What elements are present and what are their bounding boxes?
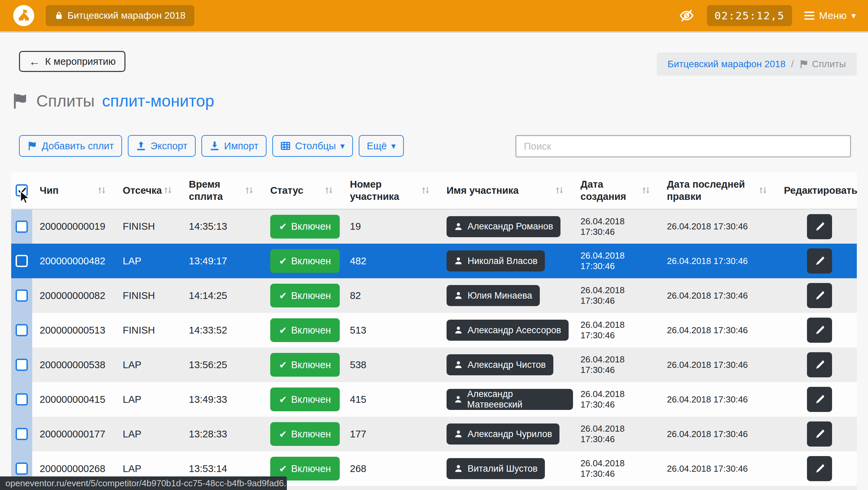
check-icon: ✔ bbox=[279, 463, 287, 474]
add-split-button[interactable]: Добавить сплит bbox=[19, 135, 122, 157]
participant-badge[interactable]: Александр Чурилов bbox=[447, 423, 559, 445]
column-header-name[interactable]: Имя участника bbox=[439, 172, 573, 209]
pencil-icon bbox=[814, 324, 825, 336]
row-checkbox[interactable] bbox=[16, 428, 28, 440]
table-row[interactable]: 200000000513 FINISH 14:33:52 ✔ Включен 5… bbox=[11, 313, 857, 347]
edit-button[interactable] bbox=[807, 283, 832, 308]
table-row[interactable]: 200000000019 FINISH 14:35:13 ✔ Включен 1… bbox=[11, 209, 857, 244]
breadcrumb-separator: / bbox=[791, 59, 794, 70]
participant-badge[interactable]: Виталий Шустов bbox=[447, 458, 545, 479]
created-cell: 26.04.2018 17:30:46 bbox=[573, 451, 659, 486]
table-row[interactable]: 200000000082 FINISH 14:14:25 ✔ Включен 8… bbox=[11, 278, 857, 313]
edit-button[interactable] bbox=[807, 318, 832, 343]
status-enabled-button[interactable]: ✔ Включен bbox=[270, 353, 340, 377]
participant-badge[interactable]: Александр Романов bbox=[447, 216, 560, 237]
row-checkbox[interactable] bbox=[16, 221, 28, 233]
search-input[interactable] bbox=[515, 135, 851, 157]
column-header-split-time[interactable]: Время сплита bbox=[181, 172, 263, 209]
checkpoint-cell: LAP bbox=[115, 347, 181, 382]
status-enabled-button[interactable]: ✔ Включен bbox=[270, 318, 340, 342]
edit-button[interactable] bbox=[807, 421, 832, 447]
status-enabled-button[interactable]: ✔ Включен bbox=[270, 388, 340, 411]
edit-button[interactable] bbox=[807, 456, 832, 481]
sort-icon[interactable] bbox=[244, 185, 255, 196]
chip-cell: 200000000415 bbox=[32, 382, 115, 417]
split-time-cell: 13:49:33 bbox=[181, 382, 263, 417]
column-header-modified[interactable]: Дата последней правки bbox=[659, 172, 776, 209]
status-bar-url: openeventor.ru/event/5/competitor/4b970b… bbox=[5, 478, 287, 489]
column-header-checkpoint[interactable]: Отсечка bbox=[115, 172, 181, 209]
sort-icon[interactable] bbox=[96, 185, 107, 196]
export-label: Экспорт bbox=[151, 140, 188, 152]
checkpoint-cell: FINISH bbox=[115, 209, 181, 244]
sort-icon[interactable] bbox=[640, 185, 651, 196]
flag-icon bbox=[11, 92, 29, 110]
split-time-cell: 14:14:25 bbox=[181, 278, 263, 313]
column-header-status[interactable]: Статус bbox=[263, 172, 342, 209]
row-checkbox[interactable] bbox=[16, 463, 28, 475]
person-icon bbox=[454, 257, 463, 265]
check-icon: ✔ bbox=[279, 359, 287, 371]
participant-badge[interactable]: Александр Асессоров bbox=[447, 320, 569, 341]
row-checkbox[interactable] bbox=[16, 393, 28, 406]
menu-label: Меню bbox=[819, 10, 847, 21]
participant-badge[interactable]: Александр Чистов bbox=[447, 354, 553, 375]
import-button[interactable]: Импорт bbox=[201, 135, 267, 157]
table-row[interactable]: 200000000538 LAP 13:56:25 ✔ Включен 538 … bbox=[11, 347, 857, 382]
number-cell: 82 bbox=[342, 278, 439, 313]
sort-icon[interactable] bbox=[162, 185, 173, 196]
check-icon: ✔ bbox=[279, 256, 287, 267]
edit-button[interactable] bbox=[807, 352, 832, 377]
edit-button[interactable] bbox=[807, 214, 832, 239]
column-header-number[interactable]: Номер участника bbox=[342, 172, 439, 209]
person-icon bbox=[454, 291, 463, 300]
chevron-down-icon: ▾ bbox=[391, 142, 396, 150]
table-row[interactable]: 200000000415 LAP 13:49:33 ✔ Включен 415 … bbox=[11, 382, 857, 417]
edit-button[interactable] bbox=[807, 387, 832, 412]
participant-badge[interactable]: Николай Власов bbox=[447, 250, 545, 271]
sort-icon[interactable] bbox=[554, 185, 565, 196]
split-time-cell: 14:35:13 bbox=[181, 209, 263, 244]
select-all-checkbox[interactable] bbox=[16, 184, 28, 196]
status-cell: ✔ Включен bbox=[263, 417, 342, 451]
export-button[interactable]: Экспорт bbox=[128, 135, 196, 157]
row-checkbox-cell bbox=[11, 244, 32, 278]
status-enabled-button[interactable]: ✔ Включен bbox=[270, 422, 340, 446]
visibility-toggle[interactable] bbox=[678, 7, 695, 24]
status-enabled-button[interactable]: ✔ Включен bbox=[270, 284, 340, 307]
app-logo[interactable] bbox=[13, 5, 34, 26]
sort-icon[interactable] bbox=[757, 185, 768, 196]
flag-icon bbox=[27, 141, 37, 151]
participant-name: Виталий Шустов bbox=[468, 464, 537, 474]
event-badge[interactable]: Битцевский марафон 2018 bbox=[46, 5, 194, 26]
status-enabled-button[interactable]: ✔ Включен bbox=[270, 249, 340, 273]
column-header-chip[interactable]: Чип bbox=[32, 172, 115, 209]
column-header-created[interactable]: Дата создания bbox=[573, 172, 659, 209]
import-label: Импорт bbox=[224, 140, 258, 152]
participant-badge[interactable]: Александр Матвеевский bbox=[447, 389, 573, 410]
person-icon bbox=[454, 222, 463, 231]
modified-cell: 26.04.2018 17:30:46 bbox=[659, 347, 776, 382]
checkpoint-cell: FINISH bbox=[115, 313, 181, 347]
columns-label: Столбцы bbox=[295, 140, 336, 152]
more-label: Ещё bbox=[367, 140, 387, 152]
back-to-event-button[interactable]: ← К мероприятию bbox=[19, 51, 125, 72]
status-enabled-button[interactable]: ✔ Включен bbox=[270, 215, 340, 239]
row-checkbox[interactable] bbox=[16, 255, 28, 267]
columns-button[interactable]: Столбцы ▾ bbox=[272, 135, 353, 157]
row-checkbox[interactable] bbox=[16, 359, 28, 371]
sort-icon[interactable] bbox=[323, 185, 334, 196]
table-row[interactable]: 200000000177 LAP 13:28:33 ✔ Включен 177 … bbox=[11, 417, 857, 451]
sort-icon[interactable] bbox=[420, 185, 431, 196]
row-checkbox[interactable] bbox=[16, 289, 28, 302]
table-row[interactable]: 200000000482 LAP 13:49:17 ✔ Включен 482 … bbox=[11, 244, 857, 278]
edit-cell bbox=[776, 382, 857, 417]
participant-badge[interactable]: Юлия Минаева bbox=[447, 285, 540, 306]
split-monitor-link[interactable]: сплит-монитор bbox=[102, 92, 214, 110]
menu-button[interactable]: Меню ▾ bbox=[804, 10, 856, 21]
edit-button[interactable] bbox=[807, 248, 832, 274]
breadcrumb-event-link[interactable]: Битцевский марафон 2018 bbox=[668, 59, 786, 70]
timer-badge[interactable]: 02:25:12,5 bbox=[707, 5, 792, 26]
row-checkbox[interactable] bbox=[16, 324, 28, 336]
more-button[interactable]: Ещё ▾ bbox=[359, 135, 404, 157]
